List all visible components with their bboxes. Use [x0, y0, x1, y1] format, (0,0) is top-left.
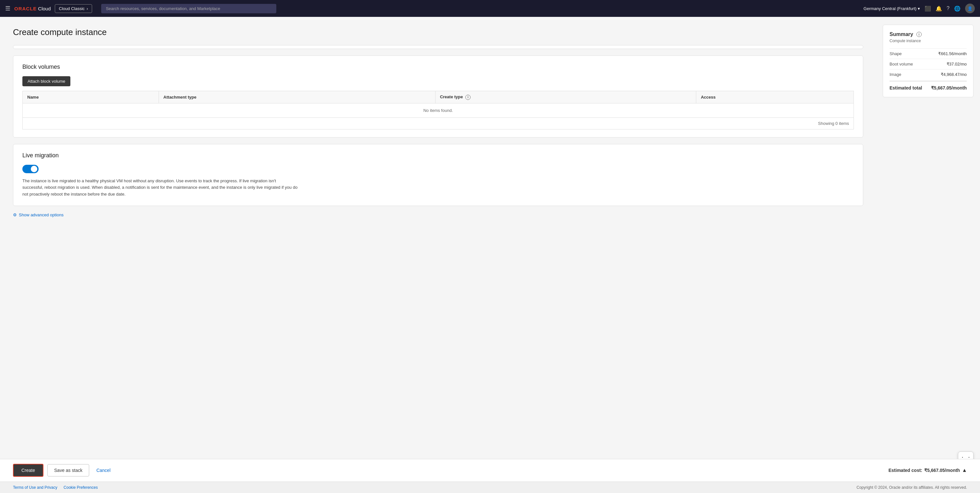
- search-container: [101, 4, 276, 13]
- no-items-text: No items found.: [23, 103, 854, 118]
- summary-total-row: Estimated total ₹5,667.05/month: [889, 81, 967, 91]
- estimated-cost-bottom: Estimated cost: ₹5,667.05/month ▲: [889, 468, 967, 473]
- summary-card: Summary i Compute instance Shape ₹661.56…: [883, 25, 974, 97]
- settings-icon: ⚙: [13, 212, 17, 217]
- help-icon[interactable]: ?: [947, 5, 950, 11]
- block-volumes-card: Block volumes Attach block volume Name A…: [13, 56, 863, 138]
- summary-image-value: ₹4,968.47/mo: [941, 72, 967, 77]
- col-access: Access: [696, 91, 854, 103]
- col-create-type: Create type i: [435, 91, 696, 103]
- show-advanced-options-link[interactable]: ⚙ Show advanced options: [13, 212, 863, 217]
- terms-link[interactable]: Terms of Use and Privacy: [13, 485, 57, 490]
- summary-info-icon[interactable]: i: [916, 32, 922, 37]
- showing-row: Showing 0 items: [23, 118, 854, 129]
- estimated-cost-label: Estimated cost:: [889, 468, 922, 473]
- cookie-preferences-link[interactable]: Cookie Preferences: [64, 485, 98, 490]
- col-attachment-type: Attachment type: [159, 91, 435, 103]
- main-wrapper: Create compute instance Block volumes At…: [0, 17, 980, 493]
- summary-shape-label: Shape: [889, 51, 902, 56]
- globe-icon[interactable]: 🌐: [954, 5, 961, 12]
- summary-total-label: Estimated total: [889, 85, 922, 91]
- cloud-text: Cloud: [38, 6, 51, 11]
- live-migration-title: Live migration: [22, 152, 854, 159]
- region-label: Germany Central (Frankfurt): [864, 6, 916, 11]
- summary-shape-value: ₹661.56/month: [938, 51, 967, 56]
- footer-left: Terms of Use and Privacy Cookie Preferen…: [13, 485, 98, 490]
- live-migration-description: The instance is live migrated to a healt…: [22, 178, 298, 198]
- cancel-button[interactable]: Cancel: [93, 464, 114, 476]
- search-input[interactable]: [101, 4, 276, 13]
- summary-total-value: ₹5,667.05/month: [931, 85, 967, 91]
- page-title: Create compute instance: [13, 27, 863, 37]
- no-items-row: No items found.: [23, 103, 854, 118]
- save-as-stack-button[interactable]: Save as stack: [47, 464, 89, 477]
- live-migration-toggle[interactable]: [22, 165, 38, 173]
- summary-panel: Summary i Compute instance Shape ₹661.56…: [876, 17, 980, 493]
- summary-subtitle: Compute instance: [889, 38, 967, 43]
- cloud-classic-button[interactable]: Cloud Classic ›: [55, 4, 92, 13]
- scrolled-section: [13, 45, 863, 49]
- block-volumes-title: Block volumes: [22, 64, 854, 70]
- summary-image-label: Image: [889, 72, 901, 77]
- advanced-options-label: Show advanced options: [19, 212, 64, 217]
- hamburger-icon[interactable]: ☰: [5, 5, 10, 12]
- summary-boot-volume-label: Boot volume: [889, 62, 913, 67]
- avatar[interactable]: 👤: [965, 3, 975, 13]
- region-selector[interactable]: Germany Central (Frankfurt) ▾: [864, 6, 920, 11]
- oracle-text: ORACLE: [14, 6, 37, 11]
- attach-block-volume-button[interactable]: Attach block volume: [22, 76, 70, 86]
- main-content: Create compute instance Block volumes At…: [0, 17, 876, 493]
- block-volumes-table: Name Attachment type Create type i Acces…: [22, 91, 854, 129]
- toggle-row: [22, 165, 854, 173]
- live-migration-card: Live migration The instance is live migr…: [13, 144, 863, 206]
- summary-shape-row: Shape ₹661.56/month: [889, 48, 967, 59]
- chevron-right-icon: ›: [87, 6, 88, 11]
- bottom-bar: Create Save as stack Cancel Estimated co…: [0, 459, 980, 481]
- topnav: ☰ ORACLE Cloud Cloud Classic › Germany C…: [0, 0, 980, 17]
- summary-image-row: Image ₹4,968.47/mo: [889, 69, 967, 80]
- create-type-info-icon[interactable]: i: [465, 95, 471, 100]
- topnav-right: Germany Central (Frankfurt) ▾ ⬛ 🔔 ? 🌐 👤: [864, 3, 975, 13]
- chevron-down-icon: ▾: [918, 6, 920, 11]
- summary-boot-volume-row: Boot volume ₹37.02/mo: [889, 59, 967, 69]
- chevron-up-icon[interactable]: ▲: [962, 468, 967, 473]
- terminal-icon[interactable]: ⬛: [924, 5, 931, 12]
- showing-items-text: Showing 0 items: [23, 118, 854, 129]
- estimated-cost-value: ₹5,667.05/month: [924, 468, 960, 473]
- oracle-logo: ORACLE Cloud: [14, 6, 51, 11]
- footer: Terms of Use and Privacy Cookie Preferen…: [0, 482, 980, 493]
- toggle-knob: [31, 166, 37, 172]
- summary-boot-volume-value: ₹37.02/mo: [947, 62, 967, 67]
- summary-title: Summary i: [889, 32, 967, 37]
- col-name: Name: [23, 91, 159, 103]
- bell-icon[interactable]: 🔔: [935, 5, 942, 12]
- create-button[interactable]: Create: [13, 464, 43, 477]
- footer-copyright: Copyright © 2024, Oracle and/or its affi…: [856, 485, 967, 490]
